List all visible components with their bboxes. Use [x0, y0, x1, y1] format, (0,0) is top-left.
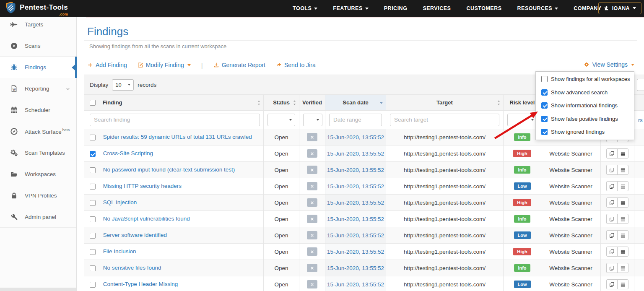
- sidebar-item-findings[interactable]: Findings: [0, 57, 76, 78]
- scan-date-link[interactable]: 15-Jun-2020, 13:55:52: [327, 216, 384, 222]
- row-checkbox[interactable]: [90, 151, 96, 157]
- finding-details-button[interactable]: [617, 247, 628, 257]
- finding-details-button[interactable]: [617, 279, 628, 289]
- copy-finding-button[interactable]: [606, 181, 618, 191]
- view-settings-option-show-ignored-findings[interactable]: Show ignored findings: [536, 125, 634, 139]
- view-settings-option-show-informational-findings[interactable]: Show informational findings: [536, 99, 634, 112]
- scan-date-link[interactable]: 15-Jun-2020, 13:55:52: [327, 167, 384, 173]
- finding-link[interactable]: No password input found (clear-text subm…: [103, 166, 235, 173]
- option-checkbox[interactable]: [541, 102, 548, 109]
- finding-details-button[interactable]: [617, 230, 628, 240]
- unverified-button[interactable]: [307, 198, 317, 207]
- unverified-button[interactable]: [307, 264, 317, 272]
- unverified-button[interactable]: [307, 215, 317, 223]
- copy-finding-button[interactable]: [606, 148, 618, 158]
- option-checkbox[interactable]: [541, 116, 548, 122]
- nav-item-tools[interactable]: TOOLS: [293, 5, 317, 11]
- scan-date-link[interactable]: 15-Jun-2020, 13:55:52: [327, 183, 384, 190]
- finding-details-button[interactable]: [617, 181, 628, 191]
- finding-link[interactable]: SQL Injection: [103, 199, 137, 205]
- finding-details-button[interactable]: [617, 263, 628, 273]
- verified-filter-select[interactable]: [303, 114, 322, 126]
- scan-date-link[interactable]: 15-Jun-2020, 13:55:52: [327, 281, 384, 288]
- finding-details-button[interactable]: [617, 165, 628, 175]
- nav-item-features[interactable]: FEATURES: [333, 5, 368, 11]
- edge-link-fragment[interactable]: rs: [638, 117, 643, 123]
- search-target-input[interactable]: [390, 114, 499, 126]
- copy-finding-button[interactable]: [606, 165, 618, 175]
- copy-finding-button[interactable]: [606, 247, 618, 257]
- scan-date-link[interactable]: 15-Jun-2020, 13:55:52: [327, 151, 384, 157]
- scan-date-link[interactable]: 15-Jun-2020, 13:55:52: [327, 265, 384, 271]
- row-checkbox[interactable]: [90, 200, 96, 206]
- copy-finding-button[interactable]: [606, 230, 618, 240]
- unverified-button[interactable]: [307, 182, 317, 190]
- row-checkbox[interactable]: [90, 249, 96, 255]
- nav-item-pricing[interactable]: PRICING: [384, 5, 408, 11]
- column-header-status[interactable]: Status: [264, 95, 299, 111]
- sidebar-item-attack-surface[interactable]: Attack Surfacebeta: [0, 121, 76, 142]
- view-settings-option-show-findings-for-all-workspaces[interactable]: Show findings for all workspaces: [536, 73, 634, 86]
- finding-link[interactable]: Missing HTTP security headers: [103, 183, 182, 189]
- column-header-verified[interactable]: Verified: [299, 95, 325, 111]
- row-checkbox[interactable]: [90, 216, 96, 222]
- finding-link[interactable]: No JavaScript vulnerabilities found: [103, 216, 190, 222]
- page-size-select[interactable]: 10: [112, 79, 134, 91]
- sidebar-item-admin-panel[interactable]: Admin panel: [0, 206, 76, 228]
- sidebar-item-reporting[interactable]: W Reporting: [0, 78, 76, 99]
- unverified-button[interactable]: [307, 280, 317, 288]
- unverified-button[interactable]: [307, 231, 317, 239]
- finding-link[interactable]: Content-Type Header Missing: [103, 281, 178, 287]
- row-checkbox[interactable]: [90, 265, 96, 271]
- unverified-button[interactable]: [307, 149, 317, 158]
- copy-finding-button[interactable]: [606, 214, 618, 224]
- search-finding-input[interactable]: [90, 114, 260, 126]
- sidebar-item-vpn-profiles[interactable]: VPN Profiles: [0, 185, 76, 206]
- unverified-button[interactable]: [307, 247, 317, 256]
- nav-item-resources[interactable]: RESOURCES: [517, 5, 558, 11]
- scan-date-link[interactable]: 15-Jun-2020, 13:55:52: [327, 134, 384, 140]
- select-all-checkbox[interactable]: [90, 100, 96, 106]
- finding-details-button[interactable]: [617, 148, 628, 158]
- nav-item-customers[interactable]: CUSTOMERS: [466, 5, 501, 11]
- view-settings-option-show-false-positive-findings[interactable]: Show false positive findings: [536, 112, 634, 126]
- row-checkbox[interactable]: [90, 135, 96, 140]
- send-to-jira-button[interactable]: Send to Jira: [276, 62, 316, 68]
- row-checkbox[interactable]: [90, 282, 96, 288]
- sidebar-item-scan-templates[interactable]: Scan Templates: [0, 142, 76, 164]
- row-checkbox[interactable]: [90, 167, 96, 173]
- column-header-finding[interactable]: Finding: [84, 95, 264, 111]
- sidebar-item-workspaces[interactable]: Workspaces: [0, 164, 76, 185]
- copy-finding-button[interactable]: [606, 263, 618, 273]
- option-checkbox[interactable]: [541, 129, 548, 135]
- risk-level-filter-select[interactable]: [507, 114, 537, 126]
- row-checkbox[interactable]: [90, 184, 96, 190]
- sidebar-item-scheduler[interactable]: Scheduler: [0, 99, 76, 121]
- unverified-button[interactable]: [307, 166, 317, 174]
- modify-finding-button[interactable]: Modify Finding: [138, 62, 191, 68]
- scan-date-link[interactable]: 15-Jun-2020, 13:55:52: [327, 200, 384, 206]
- column-header-target[interactable]: Target: [386, 95, 504, 111]
- option-checkbox[interactable]: [541, 89, 548, 96]
- brand-logo[interactable]: Pentest-Tools .com: [5, 1, 68, 14]
- finding-link[interactable]: Server software identified: [103, 232, 167, 238]
- global-search-input[interactable]: [637, 79, 644, 91]
- view-settings-option-show-advanced-search[interactable]: Show advanced search: [536, 86, 634, 99]
- view-settings-button[interactable]: View Settings: [584, 61, 634, 68]
- finding-link[interactable]: No sensitive files found: [103, 265, 161, 271]
- scan-date-link[interactable]: 15-Jun-2020, 13:55:52: [327, 249, 384, 255]
- copy-finding-button[interactable]: [606, 197, 618, 208]
- scan-date-link[interactable]: 15-Jun-2020, 13:55:52: [327, 232, 384, 239]
- row-checkbox[interactable]: [90, 233, 96, 239]
- finding-link[interactable]: File Inclusion: [103, 248, 136, 255]
- sidebar-item-scans[interactable]: Scans: [0, 35, 76, 57]
- unverified-button[interactable]: [307, 133, 317, 141]
- finding-link[interactable]: Cross-Site Scripting: [103, 150, 153, 156]
- add-finding-button[interactable]: Add Finding: [87, 62, 127, 68]
- finding-details-button[interactable]: [617, 214, 628, 224]
- option-checkbox[interactable]: [541, 76, 548, 82]
- column-header-scan-date[interactable]: Scan date: [325, 95, 386, 111]
- finding-details-button[interactable]: [617, 197, 628, 208]
- copy-finding-button[interactable]: [606, 279, 618, 289]
- status-filter-select[interactable]: [267, 114, 295, 126]
